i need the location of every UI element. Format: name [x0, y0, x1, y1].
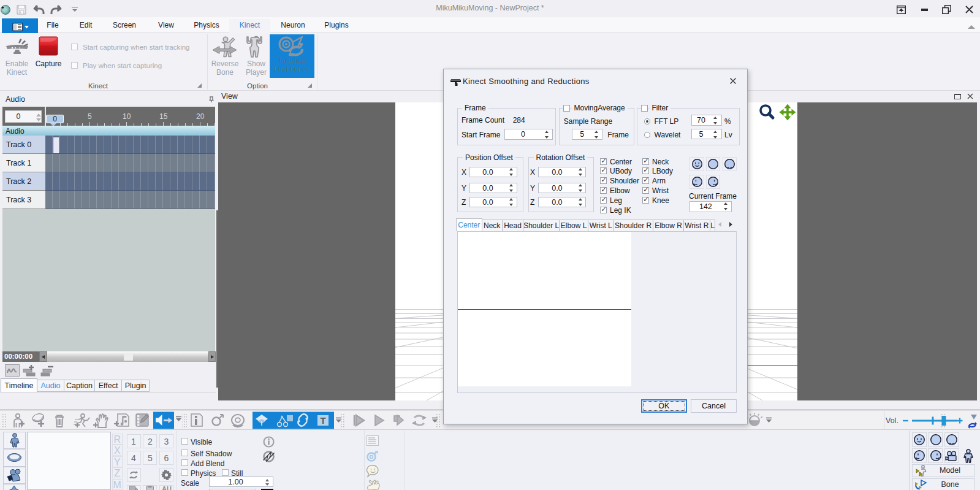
svg-text:T: T — [320, 415, 325, 426]
svg-text:20: 20 — [196, 112, 205, 121]
svg-text:10: 10 — [123, 112, 131, 121]
svg-text:5: 5 — [88, 112, 92, 121]
svg-text:15: 15 — [159, 112, 168, 121]
